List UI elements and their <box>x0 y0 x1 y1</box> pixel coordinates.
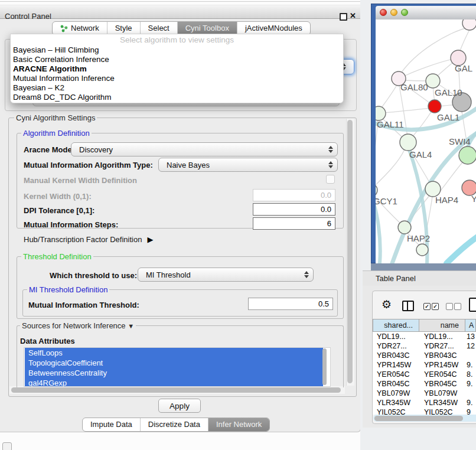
settings-vertical-scrollbar-thumb[interactable] <box>347 120 353 383</box>
combo-arrows-icon <box>328 146 333 153</box>
algorithm-option[interactable]: Mutual Information Inference <box>11 74 343 83</box>
attribute-item[interactable]: SelfLoops <box>25 348 323 358</box>
unchecked-box-icon[interactable] <box>446 303 453 310</box>
hub-definition-disclosure[interactable]: Hub/Transcription Factor Definition ▶ <box>24 235 153 244</box>
table-cell: YER054C <box>373 370 419 379</box>
kernel-width-label: Kernel Width (0,1): <box>24 192 92 201</box>
mi-threshold-title: MI Threshold Definition <box>27 285 109 294</box>
zoom-traffic-light-icon[interactable] <box>401 9 408 16</box>
algorithm-option[interactable]: Basic Correlation Inference <box>11 55 343 64</box>
tab-impute-data[interactable]: Impute Data <box>83 418 140 431</box>
attribute-item[interactable]: gal4RGexp <box>25 378 323 387</box>
which-threshold-label: Which threshold to use: <box>50 271 137 280</box>
table-row[interactable]: YLR345WYLR345W9. <box>373 398 476 407</box>
table-row[interactable]: YBL079WYBL079W <box>373 389 476 398</box>
tab-discretize-data[interactable]: Discretize Data <box>140 418 208 431</box>
tab-jactivemnodules[interactable]: jActiveMNodules <box>237 22 310 35</box>
table-row[interactable]: YIL052CYIL052C9 <box>373 407 476 415</box>
aracne-mode-label: Aracne Mode: <box>24 145 74 154</box>
float-window-icon[interactable] <box>340 13 347 21</box>
column-header-partial[interactable]: A <box>465 319 476 332</box>
attribute-item[interactable]: TopologicalCoefficient <box>25 358 323 368</box>
table-row[interactable]: YER054CYER054C8. <box>373 370 476 379</box>
table-row[interactable]: YBR045CYBR045C9. <box>373 379 476 389</box>
table-cell: YDR27... <box>373 341 419 351</box>
dpi-tolerance-field[interactable]: 0.0 <box>253 203 335 216</box>
control-panel-titlebar[interactable]: Control Panel ✕ <box>0 5 361 19</box>
network-icon <box>60 25 68 32</box>
table-row[interactable]: YBR043CYBR043C <box>373 351 476 360</box>
sources-title-wrap[interactable]: Sources for Network Inference ▼ <box>20 321 136 330</box>
table-cell: 13 <box>465 332 476 341</box>
algorithm-option[interactable]: Dream8 DC_TDC Algorithm <box>11 93 343 102</box>
column-header-shared[interactable]: shared... <box>373 319 419 332</box>
window-top-edge <box>0 1 361 2</box>
tab-infer-network[interactable]: Infer Network <box>208 418 269 431</box>
network-node-gcy1[interactable] <box>376 184 377 197</box>
checked-box-icon[interactable]: ✓ <box>423 303 431 310</box>
mi-steps-field[interactable]: 6 <box>253 217 335 230</box>
tab-style[interactable]: Style <box>107 22 140 35</box>
which-threshold-combo[interactable]: MI Threshold <box>138 268 314 282</box>
collapsed-panel-icon[interactable] <box>2 442 12 450</box>
column-header-name[interactable]: name <box>419 319 465 332</box>
tab-network[interactable]: Network <box>53 22 107 35</box>
table-cell: YPR145W <box>373 360 419 370</box>
document-icon[interactable] <box>469 298 476 312</box>
table-row[interactable]: YPR145WYPR145W9. <box>373 360 476 370</box>
algorithm-placeholder: Select algorithm to view settings <box>11 34 343 45</box>
network-node-label: HAP4 <box>435 195 458 205</box>
network-edge <box>412 111 432 138</box>
algorithm-option[interactable]: ARACNE Algorithm <box>11 64 343 74</box>
apply-button[interactable]: Apply <box>158 399 201 413</box>
minimize-traffic-light-icon[interactable] <box>390 9 397 16</box>
network-canvas[interactable]: GALGAL80GAL10GAL1GAL11SWI4GAL4GCY1HAP4YH… <box>376 19 476 263</box>
column-split-icon[interactable] <box>402 301 414 311</box>
network-edge <box>376 149 405 187</box>
network-node[interactable] <box>462 19 476 30</box>
checked-box-icon[interactable]: ✓ <box>432 303 439 310</box>
attributes-scrollbar-thumb[interactable] <box>322 348 327 385</box>
algorithm-option[interactable]: Bayesian – Hill Climbing <box>11 45 343 55</box>
tab-cyni-toolbox[interactable]: Cyni Toolbox <box>177 22 237 35</box>
network-node-hap2[interactable] <box>398 221 411 234</box>
algorithm-dropdown-popup: Select algorithm to view settings Bayesi… <box>10 34 344 103</box>
dpi-tolerance-value: 0.0 <box>321 205 331 214</box>
table-row[interactable]: YDR27...YDR27...12 <box>373 341 476 351</box>
table-cell: 12 <box>465 341 476 351</box>
attribute-item[interactable]: BetweennessCentrality <box>25 368 323 378</box>
unchecked-box-icon[interactable] <box>454 303 461 310</box>
kernel-width-value: 0.0 <box>321 191 331 200</box>
kernel-width-field[interactable]: 0.0 <box>253 189 335 201</box>
tab-label: Infer Network <box>216 418 262 431</box>
combo-arrows-icon <box>304 271 309 278</box>
sources-title: Sources for Network Inference <box>22 321 126 330</box>
settings-horizontal-scrollbar-thumb[interactable] <box>11 387 341 393</box>
gear-icon[interactable]: ⚙ <box>382 298 392 311</box>
network-node-gal1[interactable] <box>428 100 441 113</box>
mi-threshold-field[interactable]: 0.5 <box>248 298 333 310</box>
algorithm-option[interactable]: Bayesian – K2 <box>11 83 343 93</box>
data-attributes-list[interactable]: SelfLoopsTopologicalCoefficientBetweenne… <box>24 347 331 387</box>
table-cell: 9. <box>465 379 476 389</box>
mi-type-label: Mutual Information Algorithm Type: <box>24 161 153 169</box>
table-horizontal-scrollbar-thumb[interactable] <box>374 416 463 421</box>
tab-label: jActiveMNodules <box>245 22 302 35</box>
threshold-title: Threshold Definition <box>21 252 93 261</box>
table-cell: YBR043C <box>419 351 465 360</box>
network-node-swi4[interactable] <box>459 146 476 164</box>
network-node-gal11[interactable] <box>376 106 386 120</box>
close-traffic-light-icon[interactable] <box>380 9 387 16</box>
table-cell: YDL19... <box>373 332 419 341</box>
manual-kernel-checkbox[interactable] <box>326 175 335 184</box>
network-node-gal4[interactable] <box>400 134 416 151</box>
table-row[interactable]: YDL19...YDL19...13 <box>373 332 476 341</box>
close-icon[interactable]: ✕ <box>350 11 356 20</box>
aracne-mode-combo[interactable]: Discovery <box>71 142 338 156</box>
tab-select[interactable]: Select <box>140 22 177 35</box>
app-window: Control Panel ✕ NetworkStyleSelectCyni T… <box>0 0 476 450</box>
mi-type-combo[interactable]: Naive Bayes <box>158 158 338 172</box>
manual-kernel-label: Manual Kernel Width Definition <box>24 176 137 185</box>
network-node[interactable] <box>416 244 428 256</box>
mi-type-value: Naive Bayes <box>167 161 210 169</box>
